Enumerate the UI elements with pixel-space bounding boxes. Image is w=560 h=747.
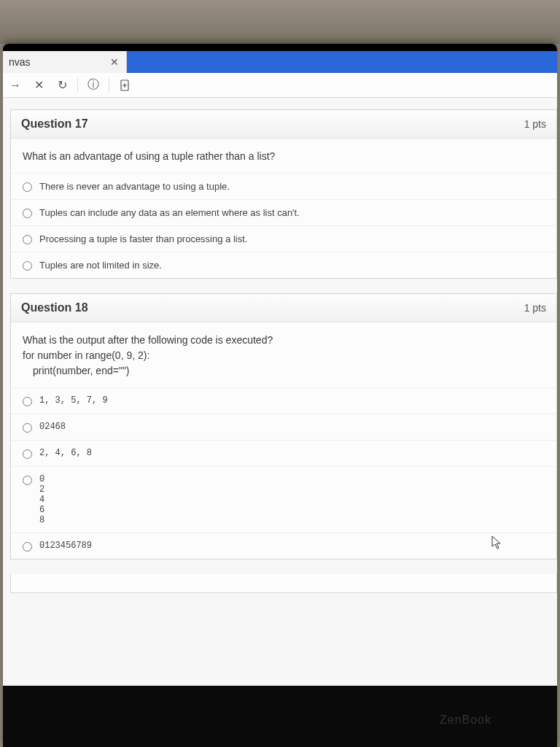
next-card-peek — [10, 574, 557, 593]
answer-text: 2, 4, 6, 8 — [39, 448, 92, 458]
answer-option[interactable]: 0 2 4 6 8 — [11, 467, 556, 533]
browser-tab[interactable]: nvas ✕ — [3, 51, 127, 73]
toolbar-separator — [77, 78, 78, 93]
answer-option[interactable]: 1, 3, 5, 7, 9 — [11, 388, 556, 414]
question-title: Question 18 — [21, 301, 88, 314]
question-header: Question 18 1 pts — [11, 294, 556, 322]
answer-text: There is never an advantage to using a t… — [39, 181, 230, 192]
answer-option[interactable]: 2, 4, 6, 8 — [11, 441, 556, 467]
prompt-text: What is an advantage of using a tuple ra… — [23, 150, 275, 162]
question-header: Question 17 1 pts — [11, 110, 556, 139]
question-prompt: What is an advantage of using a tuple ra… — [11, 139, 556, 174]
laptop-brand: ZenBook — [440, 713, 491, 727]
browser-title-bar: nvas ✕ — [3, 51, 557, 73]
radio-input[interactable] — [23, 423, 32, 433]
prompt-line: print(number, end="") — [23, 363, 545, 379]
answer-text: 02468 — [39, 422, 66, 432]
screen: nvas ✕ → ✕ ↻ ⓘ Question 17 1 pts — [3, 51, 557, 686]
radio-input[interactable] — [23, 397, 32, 406]
answer-list: 1, 3, 5, 7, 9 02468 2, 4, 6, 8 0 2 4 6 8 — [11, 388, 556, 559]
close-icon[interactable]: ✕ — [31, 77, 47, 93]
info-icon[interactable]: ⓘ — [85, 77, 101, 93]
close-icon[interactable]: ✕ — [110, 56, 119, 68]
question-points: 1 pts — [524, 302, 546, 314]
answer-option[interactable]: Processing a tuple is faster than proces… — [11, 226, 556, 252]
forward-icon[interactable]: → — [7, 77, 23, 93]
page-content: Question 17 1 pts What is an advantage o… — [3, 98, 557, 686]
question-card-18: Question 18 1 pts What is the output aft… — [10, 293, 557, 560]
answer-text: 1, 3, 5, 7, 9 — [39, 395, 108, 406]
radio-input[interactable] — [23, 235, 32, 244]
answer-list: There is never an advantage to using a t… — [11, 174, 556, 278]
answer-option[interactable]: 0123456789 — [11, 533, 556, 559]
answer-option[interactable]: Tuples can include any data as an elemen… — [11, 200, 556, 226]
laptop-frame: nvas ✕ → ✕ ↻ ⓘ Question 17 1 pts — [3, 44, 557, 747]
title-bar-background — [127, 51, 557, 73]
question-title: Question 17 — [21, 117, 88, 131]
radio-input[interactable] — [23, 476, 32, 485]
reload-icon[interactable]: ↻ — [54, 77, 70, 93]
prompt-line: for number in range(0, 9, 2): — [23, 348, 545, 363]
answer-text: 0 2 4 6 8 — [39, 474, 44, 525]
answer-option[interactable]: Tuples are not limited in size. — [11, 252, 556, 278]
question-card-17: Question 17 1 pts What is an advantage o… — [10, 109, 557, 279]
prompt-line: What is the output after the following c… — [23, 333, 545, 348]
toolbar-separator — [109, 78, 109, 93]
answer-text: Tuples are not limited in size. — [39, 260, 162, 271]
background-wall — [0, 0, 560, 44]
answer-text: Processing a tuple is faster than proces… — [39, 233, 247, 244]
answer-option[interactable]: 02468 — [11, 414, 556, 441]
radio-input[interactable] — [23, 449, 32, 459]
answer-text: 0123456789 — [39, 541, 92, 551]
radio-input[interactable] — [23, 182, 32, 192]
add-page-icon[interactable] — [117, 77, 133, 93]
answer-text: Tuples can include any data as an elemen… — [39, 207, 300, 218]
browser-toolbar: → ✕ ↻ ⓘ — [3, 73, 557, 98]
radio-input[interactable] — [23, 209, 32, 218]
answer-option[interactable]: There is never an advantage to using a t… — [11, 174, 556, 200]
tab-title: nvas — [9, 56, 31, 68]
question-points: 1 pts — [524, 118, 546, 130]
question-prompt: What is the output after the following c… — [11, 322, 556, 388]
laptop-bezel-bottom: ZenBook — [3, 686, 557, 747]
radio-input[interactable] — [23, 542, 32, 551]
radio-input[interactable] — [23, 261, 32, 271]
